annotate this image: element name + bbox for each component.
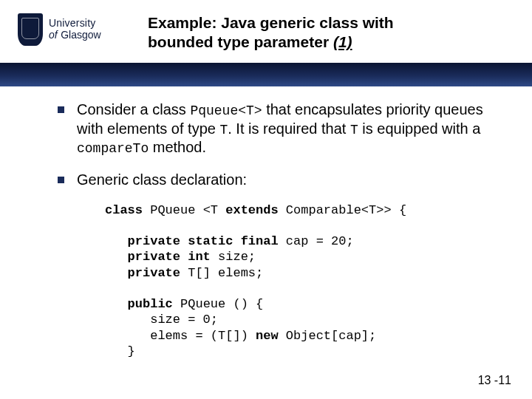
b1-code-t1: T <box>219 123 228 137</box>
code-l3b: size; <box>211 250 256 264</box>
logo-line3: Glasgow <box>61 29 100 41</box>
code-l6: size = 0; <box>105 313 218 327</box>
code-l7c: Object[cap]; <box>279 329 377 343</box>
b1-code-pqueue: Pqueue<T> <box>190 103 262 118</box>
code-l2b: cap = 20; <box>279 234 354 248</box>
crest-icon <box>18 13 43 46</box>
slide-title: Example: Java generic class with bounded… <box>148 13 502 52</box>
logo-line1: University <box>49 18 101 29</box>
title-line1: Example: Java generic class with <box>148 14 394 31</box>
kw-public: public <box>105 297 173 311</box>
kw-new: new <box>256 329 279 343</box>
b1-t5: method. <box>149 139 206 155</box>
code-l8: } <box>105 344 135 358</box>
code-l1b: PQueue <T <box>143 203 225 217</box>
kw-class: class <box>105 203 143 217</box>
content-area: Consider a class Pqueue<T> that encapsul… <box>52 100 502 359</box>
title-line2a: bounded type parameter <box>148 33 333 50</box>
page-number: 13 -11 <box>478 374 511 387</box>
university-logo: University of Glasgow <box>18 13 101 46</box>
code-l4b: T[] elems; <box>180 266 263 280</box>
code-l5b: PQueue () { <box>173 297 263 311</box>
header-stripe <box>0 63 532 86</box>
b2-text: Generic class declaration: <box>77 171 247 188</box>
kw-private: private <box>105 266 180 280</box>
slide: University of Glasgow Example: Java gene… <box>0 0 532 399</box>
bullet-list: Consider a class Pqueue<T> that encapsul… <box>52 100 502 189</box>
b1-code-t2: T <box>350 123 358 137</box>
kw-psf: private static final <box>105 234 279 248</box>
code-l1d: Comparable<T>> { <box>279 203 406 217</box>
logo-line2: of <box>49 29 58 41</box>
bullet-2: Generic class declaration: <box>52 171 502 189</box>
kw-extends: extends <box>225 203 278 217</box>
b1-t1: Consider a class <box>77 101 190 117</box>
title-line2b: (1) <box>333 33 352 50</box>
logo-text: University of Glasgow <box>49 18 101 41</box>
kw-pi: private int <box>105 250 211 264</box>
b1-code-compareto: compareTo <box>77 141 149 156</box>
code-block: class PQueue <T extends Comparable<T>> {… <box>105 202 502 360</box>
code-l7a: elems = (T[]) <box>105 329 256 343</box>
b1-t3: . It is required that <box>228 120 350 137</box>
bullet-1: Consider a class Pqueue<T> that encapsul… <box>52 100 502 157</box>
b1-t4: is equipped with a <box>358 120 481 137</box>
